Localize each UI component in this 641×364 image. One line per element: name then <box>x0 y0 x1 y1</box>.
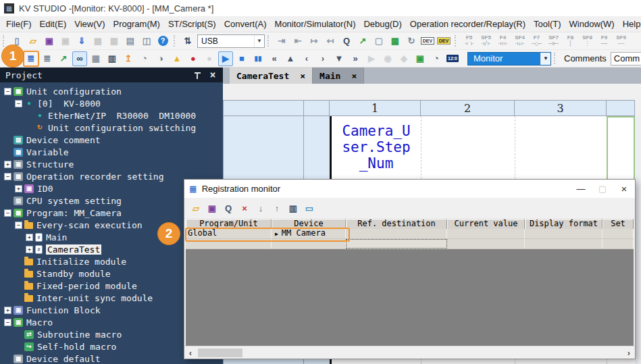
record-icon[interactable]: ● <box>186 51 201 66</box>
replay-stop-icon[interactable]: ■ <box>234 51 249 66</box>
toolbar-grip[interactable] <box>3 35 6 47</box>
menu-item-tool-t[interactable]: Tool(T) <box>530 19 565 29</box>
toolbar-grip[interactable] <box>174 35 177 47</box>
delete-row-icon[interactable]: × <box>237 201 252 215</box>
monitor-editor-icon[interactable]: ↗ <box>355 34 370 49</box>
save-project-icon[interactable]: ▣ <box>42 34 57 49</box>
menu-item-convert-a[interactable]: Convert(A) <box>220 19 271 29</box>
write-program-icon[interactable]: ↦ <box>307 34 322 49</box>
continue-icon[interactable]: ▶ <box>364 51 379 66</box>
menu-item-debug-d[interactable]: Debug(D) <box>359 19 405 29</box>
unit-monitor-icon[interactable]: ▥ <box>105 51 120 66</box>
scrollbar-thumb[interactable] <box>198 348 242 357</box>
close-button[interactable]: × <box>613 183 635 194</box>
print-preview-icon[interactable]: ◫ <box>139 34 154 49</box>
minimize-button[interactable]: — <box>570 184 592 194</box>
scroll-left-icon[interactable]: ‹ <box>184 348 197 358</box>
tree-item-unit-configuration[interactable]: −▦Unit configuration <box>0 85 223 97</box>
offline-edit-icon[interactable]: ▢ <box>371 34 386 49</box>
device-transfer-icon[interactable]: ▥ <box>286 201 301 215</box>
skip-end-icon[interactable]: » <box>348 51 363 66</box>
monitor-mode-select[interactable]: Monitor ▼ <box>467 52 551 66</box>
device-name-label[interactable]: Camera_User.Step_Num <box>341 123 411 172</box>
connection-select[interactable]: USB ▼ <box>197 34 265 48</box>
collapse-icon[interactable]: − <box>4 173 11 180</box>
save-file-icon[interactable]: ▣ <box>205 201 220 215</box>
expand-icon[interactable]: + <box>26 246 33 253</box>
device-monitor-icon[interactable]: ▦ <box>88 51 103 66</box>
menu-item-window-w[interactable]: Window(W) <box>565 19 619 29</box>
collapse-icon[interactable]: − <box>4 209 11 217</box>
cell-display-format[interactable] <box>525 239 602 249</box>
expand-icon[interactable]: + <box>15 185 22 192</box>
stopwatch-icon[interactable]: ◔ <box>429 51 444 66</box>
open-project-icon[interactable]: ▱ <box>26 34 41 49</box>
save-all-icon[interactable]: ▣ <box>58 34 73 49</box>
register-from-file-icon[interactable]: Q <box>221 201 236 215</box>
tree-item-structure[interactable]: +▣Structure <box>0 158 223 170</box>
batch-monitor-icon[interactable]: ≣ <box>40 51 55 66</box>
column-header-current-value[interactable]: Current value <box>447 219 525 229</box>
scroll-right-icon[interactable]: › <box>623 348 635 358</box>
reload-project-icon[interactable]: ⇓ <box>74 34 89 49</box>
menu-item-help-h[interactable]: Help(H) <box>619 19 641 29</box>
lock-project-icon[interactable]: ▩ <box>91 34 105 49</box>
tree-item-ethernet-ip-r30000-dm10000[interactable]: ●EtherNet/IP R30000 DM10000 <box>0 109 223 122</box>
scroll-follow-icon[interactable]: ◉ <box>380 51 395 66</box>
transfer-to-plc-icon[interactable]: ⇥ <box>274 34 289 49</box>
tree-item-variable[interactable]: ▦Variable <box>0 146 223 158</box>
expand-icon[interactable]: + <box>4 161 11 168</box>
menu-item-st-script-s[interactable]: ST/Script(S) <box>164 19 220 29</box>
step-up-icon[interactable]: ▲ <box>283 51 298 66</box>
fkey-f7[interactable]: F7─○─ <box>528 35 545 47</box>
fkey-f9[interactable]: F9── <box>596 35 613 47</box>
cell-current-value[interactable] <box>447 239 525 249</box>
fkey-sf9[interactable]: SF9┄┄ <box>613 35 630 47</box>
plc-transfer-icon[interactable]: ⇅ <box>180 34 195 49</box>
record-stop-icon[interactable]: ● <box>202 51 217 66</box>
tab-cameratest[interactable]: CameraTest× <box>230 68 313 84</box>
touch-operation-icon[interactable]: ↥ <box>121 51 136 66</box>
collapse-icon[interactable]: − <box>15 100 22 107</box>
replay-file-icon[interactable]: ◑ <box>153 51 168 66</box>
custom-monitor-icon[interactable]: ↗ <box>56 51 71 66</box>
step-back-icon[interactable]: ‹ <box>299 51 314 66</box>
chevron-down-icon[interactable]: ▼ <box>254 35 264 47</box>
monitor-mode-glasses-icon[interactable]: ∞ <box>72 51 87 66</box>
replay-play-icon[interactable]: ▶ <box>218 51 233 66</box>
fkey-sf5[interactable]: SF5⊣/⊢ <box>478 35 494 47</box>
step-down-icon[interactable]: ▼ <box>332 51 347 66</box>
cell-set[interactable] <box>602 239 634 249</box>
toolbar-grip[interactable] <box>554 53 557 64</box>
fkey-sf4[interactable]: SF4⊣↓⊢ <box>511 35 528 47</box>
tree-item-0-kv-8000[interactable]: −●[0] KV-8000 <box>0 97 223 109</box>
operation-recorder-monitor-icon[interactable]: ◔ <box>137 51 152 66</box>
dev-monitor-icon[interactable]: DEV <box>420 34 435 49</box>
help-icon[interactable]: ? <box>155 34 170 49</box>
toolbar-grip[interactable] <box>267 35 271 47</box>
step-next-icon[interactable]: › <box>315 51 330 66</box>
delete-icon[interactable]: ▦ <box>107 34 122 49</box>
insert-row-icon[interactable]: ↓ <box>253 201 268 215</box>
cell-current-value[interactable] <box>447 229 525 238</box>
collapse-icon[interactable]: − <box>4 319 11 326</box>
collapse-icon[interactable]: − <box>15 222 22 229</box>
monitor-refresh-icon[interactable]: ▭ <box>302 201 317 215</box>
screen-monitor-icon[interactable]: ▣ <box>413 51 428 66</box>
add-row-icon[interactable]: ↑ <box>270 201 284 215</box>
column-header-display-format[interactable]: Display format <box>525 219 602 229</box>
column-header-ref-destination[interactable]: Ref. destination <box>346 219 447 229</box>
tree-item-device-comment[interactable]: ▤Device comment <box>0 134 223 146</box>
cell-display-format[interactable] <box>525 229 602 238</box>
simulator-icon[interactable]: ▦ <box>388 34 403 49</box>
read-from-plc-icon[interactable]: ⇤ <box>290 34 305 49</box>
expand-icon[interactable]: + <box>4 307 11 314</box>
menu-item-edit-e[interactable]: Edit(E) <box>36 19 71 29</box>
fkey-f8[interactable]: F8│ <box>562 35 579 47</box>
tab-main[interactable]: Main× <box>313 68 364 84</box>
dev-replay-icon[interactable]: DEV <box>436 34 451 49</box>
close-icon[interactable]: × <box>351 71 357 81</box>
verify-program-icon[interactable]: Q <box>339 34 354 49</box>
menu-item-program-m[interactable]: Program(M) <box>109 19 164 29</box>
sync-icon[interactable]: ↻ <box>404 34 419 49</box>
